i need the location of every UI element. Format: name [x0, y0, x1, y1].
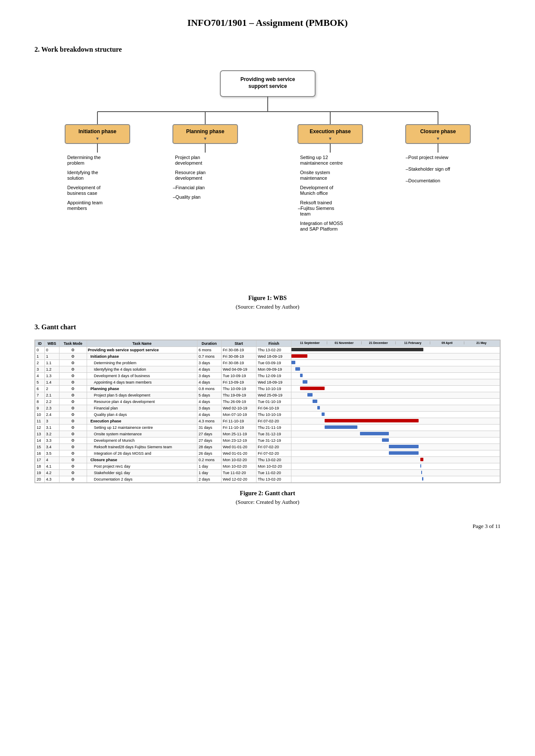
svg-text:Setting up 12: Setting up 12 [300, 155, 328, 160]
cell-finish: Wed 18-09-19 [257, 379, 291, 386]
cell-duration: 3 days [197, 405, 221, 412]
col-duration: Duration [197, 341, 221, 347]
svg-text:business case: business case [67, 191, 97, 196]
svg-text:solution: solution [67, 175, 84, 181]
cell-timeline [291, 386, 500, 392]
cell-mode: ⚙ [59, 353, 87, 360]
table-row: 3 1.2 ⚙ Identyfying the 4 days solution … [35, 366, 500, 373]
cell-mode: ⚙ [59, 399, 87, 405]
cell-duration: 1 day [197, 470, 221, 476]
page-number: Page 3 of 11 [34, 523, 501, 530]
table-row: 10 2.4 ⚙ Quality plan 4 days 4 days Mon … [35, 412, 500, 418]
table-row: 0 0 ⚙ Providing web service support serv… [35, 347, 500, 353]
cell-timeline [291, 437, 500, 444]
cell-id: 19 [35, 470, 45, 476]
cell-timeline [291, 470, 500, 476]
cell-timeline [291, 347, 500, 353]
cell-duration: 31 days [197, 425, 221, 431]
cell-timeline [291, 450, 500, 457]
table-row: 11 3 ⚙ Execution phase 4.3 mons Fri 11-1… [35, 418, 500, 425]
cell-start: Wed 02-10-19 [221, 405, 256, 412]
table-row: 2 1.1 ⚙ Determining the problem 3 days F… [35, 360, 500, 366]
cell-mode: ⚙ [59, 418, 87, 425]
table-row: 20 4.3 ⚙ Documentation 2 days 2 days Wed… [35, 476, 500, 483]
cell-timeline [291, 425, 500, 431]
svg-text:–Financial plan: –Financial plan [173, 185, 205, 190]
svg-text:and SAP Platform: and SAP Platform [300, 226, 338, 231]
cell-duration: 1 day [197, 463, 221, 470]
svg-text:development: development [175, 175, 202, 181]
table-row: 1 1 ⚙ Initiation phase 0.7 mons Fri 30-0… [35, 353, 500, 360]
cell-finish: Fri 07-02-20 [257, 418, 291, 425]
table-row: 15 3.4 ⚙ Reksoft trained28 days Fujitsu … [35, 444, 500, 450]
cell-finish: Wed 25-09-19 [257, 392, 291, 399]
svg-text:Munich office: Munich office [300, 191, 328, 196]
svg-text:Appointiing team: Appointiing team [67, 200, 103, 205]
cell-start: Wed 12-02-20 [221, 476, 256, 483]
cell-mode: ⚙ [59, 425, 87, 431]
gantt-table: ID WBS Task Mode Task Name Duration Star… [35, 340, 500, 483]
cell-taskname: Post project rev1 day [87, 463, 197, 470]
cell-id: 4 [35, 373, 45, 379]
cell-mode: ⚙ [59, 379, 87, 386]
svg-text:Planning phase: Planning phase [186, 128, 224, 134]
cell-start: Wed 01-01-20 [221, 444, 256, 450]
svg-text:development: development [175, 160, 202, 166]
cell-start: Fri 11-10-19 [221, 418, 256, 425]
cell-taskname: Reksoft trained28 days Fujitsu Siemens t… [87, 444, 197, 450]
cell-taskname: Appointing 4 days team members [87, 379, 197, 386]
cell-taskname: Setting up 12 maintainence centre [87, 425, 197, 431]
cell-start: Fri 13-09-19 [221, 379, 256, 386]
cell-taskname: Project plan 5 days development [87, 392, 197, 399]
cell-timeline [291, 463, 500, 470]
section-3: 3. Gantt chart ID WBS Task Mode Task Nam… [34, 323, 501, 506]
svg-text:Resource plan: Resource plan [175, 170, 206, 175]
cell-start: Tue 10-09-19 [221, 373, 256, 379]
cell-finish: Thu 10-10-19 [257, 412, 291, 418]
cell-start: Mon 23-12-19 [221, 437, 256, 444]
svg-text:Onsite system: Onsite system [300, 170, 330, 175]
cell-timeline [291, 444, 500, 450]
table-row: 19 4.2 ⚙ Stakeholder sig1 day 1 day Tue … [35, 470, 500, 476]
cell-wbs: 3.3 [44, 437, 59, 444]
cell-id: 0 [35, 347, 45, 353]
cell-finish: Thu 13-02-20 [257, 476, 291, 483]
svg-text:Providing web service: Providing web service [240, 76, 295, 82]
cell-taskname: Quality plan 4 days [87, 412, 197, 418]
cell-wbs: 2.4 [44, 412, 59, 418]
table-row: 16 3.5 ⚙ Integration of 26 days MOSS and… [35, 450, 500, 457]
cell-duration: 4.3 mons [197, 418, 221, 425]
cell-finish: Thu 10-10-19 [257, 386, 291, 392]
cell-wbs: 4.1 [44, 463, 59, 470]
cell-finish: Thu 13-02-20 [257, 347, 291, 353]
cell-finish: Mon 09-09-19 [257, 366, 291, 373]
cell-id: 16 [35, 450, 45, 457]
table-row: 9 2.3 ⚙ Financial plan 3 days Wed 02-10-… [35, 405, 500, 412]
cell-timeline [291, 476, 500, 483]
cell-id: 3 [35, 366, 45, 373]
cell-wbs: 0 [44, 347, 59, 353]
cell-start: Fri 30-08-19 [221, 347, 256, 353]
cell-id: 15 [35, 444, 45, 450]
cell-duration: 3 days [197, 360, 221, 366]
cell-wbs: 4.2 [44, 470, 59, 476]
table-row: 4 1.3 ⚙ Development 3 days of business 3… [35, 373, 500, 379]
cell-timeline [291, 405, 500, 412]
cell-mode: ⚙ [59, 405, 87, 412]
table-row: 5 1.4 ⚙ Appointing 4 days team members 4… [35, 379, 500, 386]
cell-taskname: Development of Munich [87, 437, 197, 444]
cell-start: Fri 30-08-19 [221, 353, 256, 360]
cell-start: Fri 30-08-19 [221, 360, 256, 366]
cell-start: Thu 19-09-19 [221, 392, 256, 399]
cell-timeline [291, 412, 500, 418]
cell-taskname: Documentation 2 days [87, 476, 197, 483]
svg-text:Reksoft trained: Reksoft trained [300, 200, 332, 205]
section-2-heading: 2. Work breakdown structure [34, 46, 501, 53]
cell-finish: Thu 12-09-19 [257, 373, 291, 379]
cell-wbs: 2.1 [44, 392, 59, 399]
cell-timeline [291, 379, 500, 386]
cell-timeline [291, 353, 500, 360]
cell-id: 13 [35, 431, 45, 437]
cell-taskname: Execution phase [87, 418, 197, 425]
cell-finish: Fri 07-02-20 [257, 450, 291, 457]
